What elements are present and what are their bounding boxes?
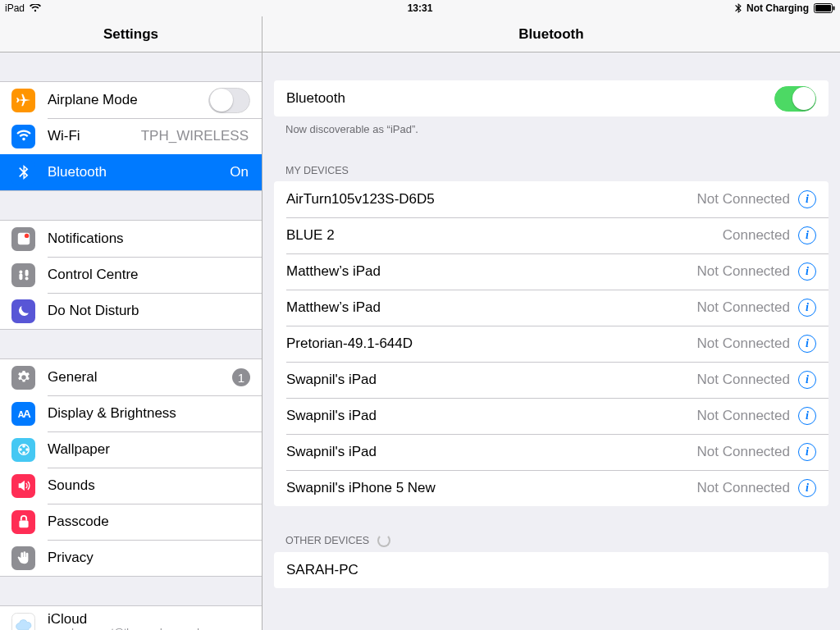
notifications-icon — [11, 227, 35, 251]
info-icon[interactable]: i — [798, 371, 816, 389]
device-status: Not Connected — [697, 444, 790, 460]
info-icon[interactable]: i — [798, 190, 816, 208]
airplane-toggle[interactable] — [208, 88, 250, 113]
device-status: Not Connected — [697, 480, 790, 496]
device-row[interactable]: BLUE 2Connectedi — [274, 217, 829, 253]
speaker-icon — [11, 474, 35, 498]
sidebar-item-general[interactable]: General1 — [0, 359, 262, 395]
device-status: Not Connected — [697, 191, 790, 208]
badge: 1 — [232, 368, 250, 386]
other-devices-label: OTHER DEVICES — [285, 535, 369, 546]
sidebar-item-value: On — [230, 164, 249, 180]
device-status: Not Connected — [697, 336, 790, 352]
gear-icon — [11, 366, 35, 390]
sidebar-item-label: iCloud — [48, 611, 202, 628]
device-name: Pretorian-49.1-644D — [286, 336, 413, 352]
sidebar-item-airplane[interactable]: Airplane Mode — [0, 82, 262, 118]
device-row[interactable]: Swapnil's iPhone 5 NewNot Connectedi — [274, 470, 829, 506]
sidebar-item-passcode[interactable]: Passcode — [0, 504, 262, 540]
sidebar-item-value: TPH_WIRELESS — [141, 128, 249, 144]
sidebar-item-controlcentre[interactable]: Control Centre — [0, 257, 262, 293]
sidebar-item-dnd[interactable]: Do Not Disturb — [0, 293, 262, 329]
detail-pane: Bluetooth Now discoverable as “iPad”. MY… — [262, 52, 840, 630]
device-name: Swapnil's iPad — [286, 372, 377, 388]
bluetooth-icon — [11, 161, 35, 185]
sidebar-item-wifi[interactable]: Wi-FiTPH_WIRELESS — [0, 118, 262, 154]
wifi-icon — [11, 125, 35, 148]
device-status: Connected — [723, 227, 790, 244]
nav-title-right: Bluetooth — [262, 16, 840, 52]
device-name: Swapnil's iPhone 5 New — [286, 480, 436, 496]
svg-point-14 — [22, 451, 25, 454]
device-name: Matthew’s iPad — [286, 299, 381, 316]
discoverable-note: Now discoverable as “iPad”. — [262, 116, 840, 142]
sidebar-item-label: Wallpaper — [48, 441, 110, 458]
sidebar-item-wallpaper[interactable]: Wallpaper — [0, 431, 262, 468]
info-icon[interactable]: i — [798, 407, 816, 425]
svg-point-8 — [25, 277, 28, 281]
hand-icon — [11, 546, 35, 570]
sidebar-item-bluetooth[interactable]: BluetoothOn — [0, 154, 262, 190]
svg-point-13 — [25, 448, 29, 451]
other-devices-header: OTHER DEVICES — [262, 529, 840, 552]
device-row[interactable]: AirTurn105v123S-D6D5Not Connectedi — [274, 181, 829, 217]
device-row[interactable]: Swapnil's iPadNot Connectedi — [274, 362, 829, 398]
sidebar-item-label: Wi-Fi — [48, 128, 80, 144]
status-time: 13:31 — [408, 2, 433, 14]
bluetooth-status-icon — [735, 3, 742, 13]
svg-point-15 — [19, 448, 22, 451]
status-right: Not Charging — [735, 2, 835, 14]
sidebar-item-icloud[interactable]: iCloudsampleaccount@therapy-box.co.uk — [0, 606, 262, 630]
info-icon[interactable]: i — [798, 262, 816, 281]
device-name: Swapnil's iPad — [286, 408, 377, 424]
bluetooth-toggle-label: Bluetooth — [286, 90, 345, 107]
device-status: Not Connected — [697, 372, 790, 388]
display-icon: AA — [11, 402, 35, 426]
device-name: AirTurn105v123S-D6D5 — [286, 191, 435, 208]
device-name: BLUE 2 — [286, 227, 335, 244]
device-row[interactable]: Matthew’s iPadNot Connectedi — [274, 253, 829, 290]
device-row[interactable]: Matthew’s iPadNot Connectedi — [274, 290, 829, 326]
device-row[interactable]: Swapnil's iPadNot Connectedi — [274, 398, 829, 434]
svg-rect-6 — [19, 273, 22, 280]
sidebar-item-notifications[interactable]: Notifications — [0, 221, 262, 257]
sidebar-item-sounds[interactable]: Sounds — [0, 468, 262, 504]
svg-rect-7 — [25, 270, 28, 276]
status-left: iPad — [5, 2, 41, 14]
sidebar-item-label: Sounds — [48, 477, 95, 494]
bluetooth-toggle[interactable] — [774, 86, 816, 112]
sidebar-item-label: Airplane Mode — [48, 92, 138, 108]
sidebar-item-label: General — [48, 369, 97, 386]
sidebar-item-display[interactable]: AADisplay & Brightness — [0, 395, 262, 431]
spinner-icon — [377, 534, 390, 547]
device-status: Not Connected — [697, 299, 790, 316]
svg-rect-1 — [815, 5, 831, 11]
my-devices-list: AirTurn105v123S-D6D5Not ConnectediBLUE 2… — [274, 181, 829, 506]
info-icon[interactable]: i — [798, 479, 816, 497]
cloud-icon — [11, 613, 35, 630]
nav-bar: Settings Bluetooth — [0, 16, 840, 52]
sidebar-item-label: Control Centre — [48, 267, 139, 283]
info-icon[interactable]: i — [798, 226, 816, 244]
my-devices-label: MY DEVICES — [285, 165, 349, 176]
wallpaper-icon — [11, 438, 35, 462]
other-device-row[interactable]: SARAH-PC — [274, 552, 829, 588]
svg-point-4 — [24, 234, 28, 238]
info-icon[interactable]: i — [798, 335, 816, 353]
sidebar-item-privacy[interactable]: Privacy — [0, 540, 262, 576]
bluetooth-toggle-row[interactable]: Bluetooth — [274, 80, 829, 116]
info-icon[interactable]: i — [798, 299, 816, 317]
lock-icon — [11, 510, 35, 534]
info-icon[interactable]: i — [798, 443, 816, 461]
device-row[interactable]: Swapnil's iPadNot Connectedi — [274, 434, 829, 470]
battery-icon — [814, 3, 835, 13]
device-name: Matthew’s iPad — [286, 263, 381, 280]
settings-sidebar[interactable]: Airplane ModeWi-FiTPH_WIRELESSBluetoothO… — [0, 52, 262, 630]
svg-point-5 — [19, 270, 22, 273]
device-row[interactable]: Pretorian-49.1-644DNot Connectedi — [274, 326, 829, 362]
sidebar-item-label: Do Not Disturb — [48, 303, 139, 319]
my-devices-header: MY DEVICES — [262, 160, 840, 181]
svg-point-12 — [22, 445, 25, 448]
device-label: iPad — [5, 2, 25, 14]
sidebar-item-label: Display & Brightness — [48, 405, 176, 422]
